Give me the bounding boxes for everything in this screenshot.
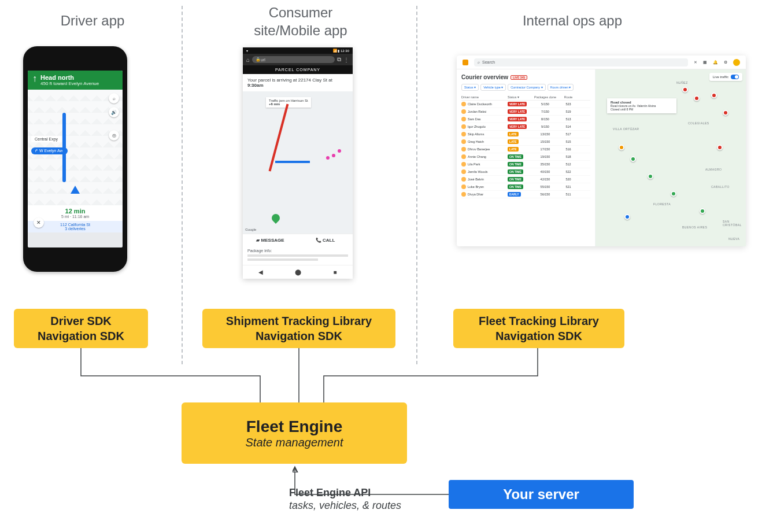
table-row[interactable]: Igor ZhogoloVERY LATE9/150514 (461, 123, 590, 131)
fleet-engine-subtitle: State management (182, 436, 407, 449)
filter-chip[interactable]: Hours driven ▾ (548, 84, 574, 91)
courier-marker[interactable] (682, 87, 688, 93)
table-row[interactable]: Luke BryanON TIME55/150521 (461, 183, 590, 191)
courier-marker[interactable] (648, 173, 653, 179)
menu-icon[interactable]: ⋮ (343, 57, 349, 63)
status-badge: LATE (508, 139, 519, 144)
live-traffic-toggle[interactable]: Live traffic (709, 73, 742, 81)
status-badge: LATE (508, 147, 519, 152)
courier-marker[interactable] (624, 214, 630, 220)
message-button[interactable]: ▰ MESSAGE (243, 234, 298, 246)
eta-sub: 5 mi · 11:16 am (30, 215, 120, 219)
status-time: 12:30 (341, 49, 349, 53)
courier-marker[interactable] (694, 95, 700, 101)
table-row[interactable]: José BalvinON TIME42/150520 (461, 176, 590, 183)
ops-map[interactable]: Live traffic Road closed Road closure on… (595, 69, 746, 246)
status-badge: VERY LATE (508, 109, 527, 114)
table-row[interactable]: Divya DharEARLY56/150511 (461, 191, 590, 198)
table-row[interactable]: Skip AllumsLATE13/150517 (461, 131, 590, 138)
table-row[interactable]: Annie ChangON TIME19/150518 (461, 153, 590, 161)
route-number: 513 (560, 117, 577, 121)
driver-name: Luke Bryan (468, 185, 484, 189)
footer-deliveries: 3 deliveries (29, 227, 121, 231)
signal-icon: 📶 ▮ (333, 49, 340, 53)
packages-done: 9/150 (531, 125, 560, 128)
table-row[interactable]: Claire DuckworthVERY LATE5/150523 (461, 101, 590, 108)
volume-icon[interactable]: 🔊 (109, 107, 119, 117)
column-title-driver: Driver app (6, 12, 179, 29)
search-icon: ⌕ (478, 60, 480, 64)
courier-marker[interactable] (671, 191, 676, 197)
map-attribution: Google (245, 228, 256, 231)
home-nav-icon[interactable]: ⬤ (295, 269, 301, 275)
call-button[interactable]: 📞 CALL (298, 234, 353, 246)
filter-chip[interactable]: Status ▾ (461, 84, 479, 91)
avatar-icon (461, 139, 466, 144)
home-icon[interactable]: ⌂ (246, 57, 250, 63)
col-status[interactable]: Status ▾ (508, 95, 531, 99)
driver-phone-screen: ↑ Head north 450 ft toward Evelyn Avenue… (28, 71, 123, 247)
avatar-icon (461, 177, 466, 182)
consumer-sdk-box: Shipment Tracking Library Navigation SDK (202, 309, 395, 348)
table-row[interactable]: Greg HatchLATE15/150515 (461, 138, 590, 146)
table-row[interactable]: Jamila WoodsON TIME40/150522 (461, 168, 590, 176)
api-subtitle: tasks, vehicles, & routes (289, 500, 401, 512)
avatar-icon (461, 147, 466, 152)
driver-name: Skip Allums (468, 132, 484, 136)
filter-chip[interactable]: Vehicle type ▾ (480, 84, 506, 91)
settings-icon[interactable]: ⚙ (724, 60, 727, 65)
map-area-label: FLORESTA (653, 202, 671, 206)
api-title: Fleet Engine API (289, 487, 401, 500)
courier-marker[interactable] (711, 93, 717, 98)
courier-marker[interactable] (700, 208, 705, 214)
back-icon[interactable]: ◀ (258, 269, 263, 275)
ops-sdk-line1: Fleet Tracking Library (453, 313, 624, 328)
courier-marker[interactable] (717, 145, 723, 150)
col-route[interactable]: Route (560, 95, 577, 99)
user-avatar[interactable] (733, 59, 740, 66)
route-number: 517 (560, 132, 577, 136)
status-badge: VERY LATE (508, 124, 527, 129)
tabs-icon[interactable]: ⧉ (337, 56, 341, 63)
filter-row: Status ▾Vehicle type ▾Contractor Company… (461, 84, 590, 91)
route-number: 516 (560, 147, 577, 151)
table-row[interactable]: Sam DasVERY LATE8/150513 (461, 116, 590, 123)
courier-marker[interactable] (619, 145, 624, 150)
divider-1 (182, 6, 183, 364)
avatar-icon (461, 124, 466, 129)
apps-icon[interactable]: ▦ (703, 60, 707, 65)
consumer-actions: ▰ MESSAGE 📞 CALL (243, 234, 353, 246)
browser-urlbar: ⌂ 🔒url ⧉ ⋮ (243, 54, 353, 65)
status-badge: ON TIME (508, 169, 523, 174)
map-area-label: COLEGIALES (688, 121, 709, 125)
courier-marker[interactable] (630, 156, 636, 162)
col-packages[interactable]: Packages done (531, 95, 560, 99)
notification-icon[interactable]: 🔔 (713, 60, 718, 65)
ops-search-input[interactable]: ⌕Search (474, 58, 688, 66)
courier-marker[interactable] (723, 110, 728, 116)
road-closure-popup: Road closed Road closure on Av. Valentín… (607, 98, 676, 113)
close-search-icon[interactable]: ✕ (694, 60, 697, 65)
driver-phone-frame: ↑ Head north 450 ft toward Evelyn Avenue… (23, 46, 127, 272)
table-row[interactable]: Dhruv BanerjeeLATE17/150516 (461, 146, 590, 153)
filter-chip[interactable]: Contractor Company ▾ (508, 84, 545, 91)
compass-icon[interactable]: ◎ (109, 130, 119, 141)
column-title-consumer: Consumer site/Mobile app (214, 3, 387, 39)
driver-name: Sam Das (468, 117, 481, 121)
status-badge: ON TIME (508, 177, 523, 182)
driver-name: Divya Dhar (468, 193, 483, 196)
col-driver-name[interactable]: Driver name (461, 95, 508, 99)
table-row[interactable]: Jordan RaksiVERY LATE7/150519 (461, 108, 590, 116)
consumer-browser-frame: ▾ 📶 ▮ 12:30 ⌂ 🔒url ⧉ ⋮ PARCEL COMPANY Yo… (243, 47, 353, 279)
avatar-icon (461, 192, 466, 197)
url-field[interactable]: 🔒url (252, 56, 335, 63)
route-line (62, 113, 66, 182)
packages-done: 40/150 (531, 170, 560, 173)
driver-name: Jamila Woods (468, 170, 487, 173)
table-row[interactable]: Lila ParkON TIME35/150512 (461, 161, 590, 168)
recent-icon[interactable]: ■ (333, 269, 336, 275)
close-button[interactable]: ✕ (34, 217, 44, 228)
consumer-sdk-line1: Shipment Tracking Library (202, 313, 395, 328)
search-icon[interactable]: ⌕ (109, 93, 119, 104)
fleet-engine-title: Fleet Engine (182, 418, 407, 436)
